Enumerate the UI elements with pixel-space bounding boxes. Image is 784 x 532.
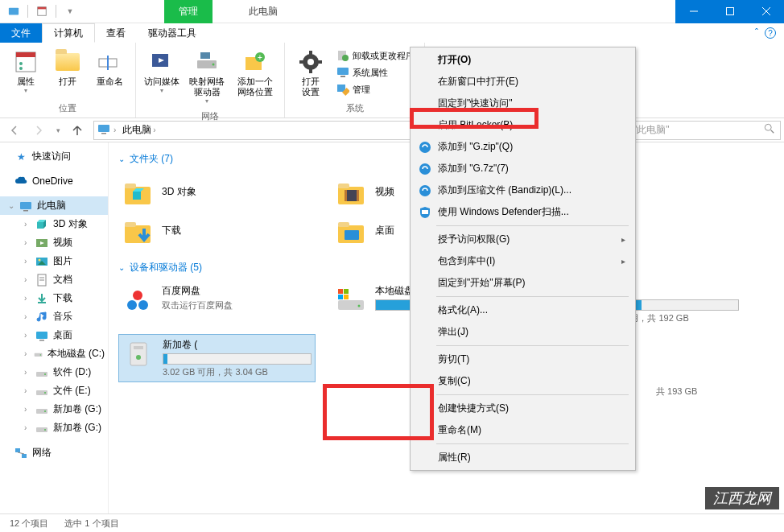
menu-item[interactable]: 复制(C)	[412, 370, 633, 392]
folder-item[interactable]: 3D 对象	[118, 172, 316, 211]
folder-item[interactable]: 下载	[118, 211, 316, 250]
contextual-tab-manage[interactable]: 管理	[164, 0, 213, 23]
svg-line-36	[771, 130, 774, 134]
menu-item[interactable]: 授予访问权限(G)▸	[412, 229, 633, 250]
menu-item[interactable]: 固定到"快速访问"	[412, 93, 633, 114]
sidebar-item[interactable]: ›新加卷 (G:)	[0, 400, 108, 419]
sidebar-item[interactable]: ›软件 (D:)	[0, 363, 108, 381]
monitor-icon	[336, 66, 349, 79]
group-label-location: 位置	[59, 101, 76, 116]
svg-rect-4	[726, 8, 733, 15]
uninstall-icon	[336, 49, 349, 62]
menu-item[interactable]: 添加到压缩文件 (Bandizip)(L)...	[412, 179, 633, 201]
minimize-button[interactable]	[675, 0, 712, 23]
open-settings-button[interactable]: 打开 设置	[291, 46, 330, 101]
close-button[interactable]	[748, 0, 784, 23]
dropdown-icon[interactable]: ▼	[64, 6, 76, 17]
menu-item[interactable]: 格式化(A)...	[412, 299, 633, 321]
menu-item[interactable]: 弹出(J)	[412, 321, 633, 343]
forward-button[interactable]	[27, 121, 50, 140]
rename-button[interactable]: 重命名	[90, 46, 129, 101]
maximize-button[interactable]	[712, 0, 748, 23]
sidebar-quick-access[interactable]: ★快速访问	[0, 147, 108, 166]
drive-item[interactable]: 百度网盘双击运行百度网盘	[118, 281, 316, 328]
tab-view[interactable]: 查看	[95, 23, 137, 43]
sidebar-this-pc[interactable]: ⌄此电脑	[0, 196, 108, 215]
svg-rect-83	[338, 222, 349, 227]
menu-item[interactable]: 固定到"开始"屏幕(P)	[412, 272, 633, 294]
search-input[interactable]: "此电脑"	[628, 121, 781, 140]
menu-item[interactable]: 添加到 "G.zip"(Q)	[412, 136, 633, 158]
crumb-this-pc[interactable]: 此电脑 ›	[119, 123, 159, 137]
menu-item[interactable]: 包含到库中(I)▸	[412, 250, 633, 272]
recent-button[interactable]: ▾	[52, 121, 64, 140]
menu-item[interactable]: 使用 Windows Defender扫描...	[412, 201, 633, 223]
menu-item[interactable]: 重命名(M)	[412, 419, 633, 441]
sidebar-item[interactable]: ›下载	[0, 289, 108, 307]
system-properties-button[interactable]: 系统属性	[333, 64, 418, 80]
svg-point-101	[419, 163, 431, 175]
sidebar-item[interactable]: ›图片	[0, 252, 108, 270]
map-network-button[interactable]: 映射网络 驱动器▾	[184, 46, 229, 109]
access-media-button[interactable]: 访问媒体▾	[142, 46, 181, 109]
item-icon	[35, 403, 48, 416]
menu-item[interactable]: 剪切(T)	[412, 348, 633, 370]
search-placeholder: "此电脑"	[633, 123, 670, 137]
properties-icon[interactable]	[36, 6, 47, 17]
item-icon	[35, 218, 48, 231]
back-button[interactable]	[3, 121, 26, 140]
sidebar-item[interactable]: ›桌面	[0, 326, 108, 344]
menu-item[interactable]: 属性(R)	[412, 447, 633, 468]
svg-rect-52	[39, 340, 44, 341]
sidebar-onedrive[interactable]: OneDrive	[0, 172, 108, 190]
svg-rect-98	[134, 346, 143, 349]
add-location-button[interactable]: +添加一个 网络位置	[233, 46, 278, 109]
properties-button[interactable]: 属性▾	[6, 46, 45, 101]
pc-icon	[19, 200, 32, 212]
tab-drive-tools[interactable]: 驱动器工具	[137, 23, 208, 43]
svg-rect-71	[338, 184, 349, 188]
sidebar-item[interactable]: ›文档	[0, 270, 108, 289]
menu-item[interactable]: 添加到 "G.7z"(7)	[412, 158, 633, 179]
expand-icon[interactable]: ⌄	[8, 201, 14, 210]
menu-item[interactable]: 启用 BitLocker(B)	[412, 114, 633, 136]
svg-rect-2	[38, 7, 47, 10]
svg-rect-25	[299, 60, 303, 64]
body: ★快速访问 OneDrive ⌄此电脑 ›3D 对象›视频›图片›文档›下载›音…	[0, 142, 784, 513]
svg-point-86	[127, 300, 137, 310]
manage-button[interactable]: 管理	[333, 81, 418, 97]
help-icon[interactable]: ?	[765, 27, 776, 39]
menu-item[interactable]: 打开(O)	[412, 49, 633, 71]
sidebar-item[interactable]: ›本地磁盘 (C:)	[0, 344, 108, 363]
svg-rect-34	[101, 133, 106, 134]
svg-rect-0	[9, 8, 19, 15]
sidebar: ★快速访问 OneDrive ⌄此电脑 ›3D 对象›视频›图片›文档›下载›音…	[0, 142, 109, 513]
up-button[interactable]	[66, 121, 89, 140]
item-icon	[35, 329, 48, 342]
sidebar-item[interactable]: ›文件 (E:)	[0, 381, 108, 400]
star-icon: ★	[14, 151, 27, 163]
menu-separator	[436, 225, 629, 226]
ribbon: 属性▾ 打开 重命名 位置 访问媒体▾ 映射网络 驱动器▾ +添加一个 网络位置…	[0, 43, 784, 118]
sidebar-item[interactable]: ›新加卷 (G:)	[0, 419, 108, 437]
sidebar-item[interactable]: ›音乐	[0, 307, 108, 326]
manage-icon	[336, 83, 349, 96]
defender-icon	[419, 206, 431, 219]
menu-item[interactable]: 在新窗口中打开(E)	[412, 71, 633, 93]
tab-computer[interactable]: 计算机	[42, 23, 95, 43]
sidebar-item[interactable]: ›视频	[0, 233, 108, 252]
tab-file[interactable]: 文件	[0, 23, 42, 43]
sidebar-item[interactable]: ›3D 对象	[0, 215, 108, 233]
drive-item[interactable]: 新加卷 (3.02 GB 可用，共 3.04 GB	[118, 334, 316, 382]
svg-rect-84	[345, 230, 359, 240]
svg-point-62	[44, 429, 46, 431]
svg-point-10	[19, 67, 23, 70]
menu-item[interactable]: 创建快捷方式(S)	[412, 398, 633, 419]
svg-point-85	[133, 291, 142, 300]
drive-extra-text: 共 193 GB	[656, 386, 697, 398]
uninstall-button[interactable]: 卸载或更改程序	[333, 47, 418, 64]
collapse-ribbon-icon[interactable]: ˆ	[755, 27, 758, 39]
sidebar-network[interactable]: 网络	[0, 443, 108, 462]
window-controls	[675, 0, 784, 23]
open-button[interactable]: 打开	[48, 46, 87, 101]
